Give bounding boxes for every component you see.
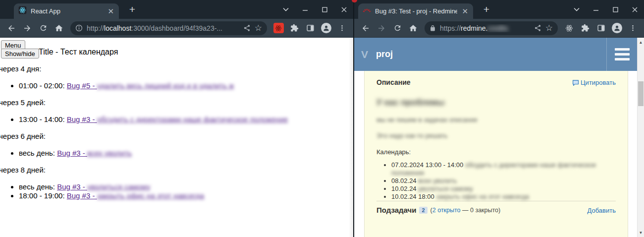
blurred-url-part: credits (488, 24, 508, 32)
share-icon[interactable] (243, 24, 251, 32)
description-heading: Описание (376, 78, 411, 86)
new-tab-button[interactable]: + (126, 3, 139, 16)
home-button[interactable] (407, 22, 420, 35)
blurred-link-text: обсудить с директорами наше фактическое … (97, 115, 288, 123)
reload-button[interactable] (37, 22, 50, 35)
tab-close-icon[interactable]: ✕ (461, 7, 469, 15)
bug-link[interactable]: Bug #3 - обсудить с директорами наше фак… (67, 115, 288, 123)
extensions-puzzle-icon[interactable] (579, 22, 591, 35)
page-info-icon[interactable] (75, 24, 83, 32)
close-window-button[interactable] (631, 6, 638, 13)
left-browser-window: React App ✕ + http://localhost:3000/dash… (0, 0, 353, 237)
browser-menu-dots-icon[interactable] (335, 22, 348, 35)
scroll-down-icon[interactable]: ▼ (638, 229, 644, 236)
calendar-list-item: 18:00 - 19:00: Bug #3 - закрыть офис на … (19, 191, 346, 200)
bug-link[interactable]: Bug #3 - всех уволить (57, 149, 132, 157)
right-window-controls (573, 0, 638, 19)
group-heading: через 8 дней: (0, 166, 346, 175)
calendar-list-item: весь день: Bug #3 - всех уволить (19, 149, 346, 158)
profile-avatar[interactable] (610, 22, 623, 35)
blurred-entry-text: уволиться самому (418, 185, 473, 192)
extensions-puzzle-icon[interactable] (288, 22, 301, 35)
blurred-entry-text: всех уволить (418, 177, 457, 184)
side-panel-icon[interactable] (304, 22, 317, 35)
blurred-entry-text: закрыть офис на этот навсегда (436, 193, 529, 200)
issue-details-box: Описание Цитировать У нас проблемы мы не… (364, 71, 628, 237)
left-window-controls (282, 0, 347, 19)
share-icon[interactable] (534, 24, 541, 32)
project-name: proj (376, 49, 393, 59)
bug-link[interactable]: Bug #5 - удалить весь лишний код и в уда… (67, 81, 234, 90)
url-text: http://localhost:3000/dashboard/94f39a23… (87, 24, 239, 32)
url-text: https://redmine.credits (440, 24, 530, 32)
open-subtasks-link[interactable]: 2 открыто (432, 207, 461, 214)
react-app-page: Menu Show/hide Title - Тест календаря че… (0, 38, 353, 237)
new-tab-button[interactable]: + (480, 3, 493, 16)
group-heading: через 5 дней: (0, 98, 346, 107)
left-tab-strip: React App ✕ + (0, 0, 353, 19)
home-button[interactable] (53, 22, 65, 35)
browser-menu-dots-icon[interactable] (626, 22, 639, 35)
blurred-link-text: уволиться самому (87, 182, 150, 191)
blurred-paragraph: Это надо как-то решать (376, 132, 616, 139)
close-window-button[interactable] (340, 6, 347, 13)
tab-search-chevron-icon[interactable] (282, 6, 289, 13)
calendar-entry: 08.02.24 всех уволить (391, 177, 616, 185)
forward-button[interactable] (21, 22, 34, 35)
redmine-page: V proj Описание Цитировать У нас проблем… (354, 38, 644, 237)
blurred-paragraph: мы не пишем в задачах описание (376, 116, 616, 123)
address-bar[interactable]: http://localhost:3000/dashboard/94f39a23… (70, 21, 267, 35)
blurred-link-text: закрыть офис на этот навсегда (97, 191, 205, 200)
subtasks-heading: Подзадачи (376, 206, 416, 214)
minimize-button[interactable] (302, 6, 309, 13)
tab-redmine-bug[interactable]: Bug #3: Test - proj - Redmine ✕ (358, 3, 473, 19)
react-devtools-extension-icon[interactable] (272, 22, 285, 35)
maximize-button[interactable] (612, 6, 619, 13)
quote-link[interactable]: Цитировать (572, 79, 616, 87)
calendar-list-item: 13:00 - 14:00: Bug #3 - обсудить с дирек… (19, 115, 346, 124)
group-heading: через 6 дней: (0, 132, 346, 141)
left-toolbar: http://localhost:3000/dashboard/94f39a23… (0, 19, 353, 38)
calendar-entries: 07.02.2024 13:00 - 14:00 обсудить с дире… (376, 161, 616, 201)
forward-button[interactable] (375, 22, 388, 35)
calendar-entry: 10.02.24 уволиться самому (391, 185, 616, 193)
tab-close-icon[interactable]: ✕ (107, 7, 114, 15)
tab-search-chevron-icon[interactable] (573, 6, 580, 13)
address-bar[interactable]: https://redmine.credits ☆ (425, 21, 558, 35)
blurred-description-title: У нас проблемы (376, 98, 616, 108)
right-browser-window: Bug #3: Test - proj - Redmine ✕ + https:… (354, 0, 644, 237)
maximize-button[interactable] (321, 6, 328, 13)
profile-avatar[interactable] (320, 22, 332, 35)
scrollbar-thumb[interactable] (638, 81, 644, 106)
tab-title: React App (31, 7, 103, 15)
scroll-up-icon[interactable]: ▲ (638, 39, 644, 46)
lock-icon[interactable] (429, 25, 436, 32)
bug-link[interactable]: Bug #3 - закрыть офис на этот навсегда (67, 191, 204, 200)
blurred-link-text: всех уволить (87, 149, 132, 157)
minimize-button[interactable] (592, 6, 599, 13)
divider (376, 201, 616, 201)
page-title: Title - Тест календаря (39, 48, 118, 57)
calendar-label: Календарь: (376, 148, 616, 156)
redmine-favicon-icon (363, 6, 371, 16)
back-button[interactable] (359, 22, 372, 35)
add-subtask-link[interactable]: Добавить (588, 207, 616, 214)
side-panel-icon[interactable] (594, 22, 607, 35)
redmine-logo: V (361, 49, 368, 60)
reload-button[interactable] (391, 22, 404, 35)
blurred-link-text: удалить весь лишний код и в удалить ж (97, 81, 234, 90)
left-scrollbar[interactable] (349, 38, 353, 237)
bookmark-star-icon[interactable]: ☆ (545, 24, 553, 32)
hamburger-menu-icon[interactable] (606, 38, 637, 71)
react-devtools-extension-icon[interactable] (563, 22, 576, 35)
back-button[interactable] (5, 22, 18, 35)
speech-bubble-icon (572, 80, 579, 87)
calendar-groups: через 4 дня: 01:00 - 02:00: Bug #5 - уда… (0, 57, 346, 208)
bookmark-star-icon[interactable]: ☆ (255, 24, 262, 32)
tab-react-app[interactable]: React App ✕ (14, 3, 119, 19)
subtasks-count-badge: 2 (419, 207, 427, 214)
bug-link[interactable]: Bug #3 - уволиться самому (57, 182, 150, 191)
right-scrollbar[interactable]: ▲ ▼ (637, 38, 644, 237)
calendar-entry: 07.02.2024 13:00 - 14:00 обсудить с дире… (391, 161, 616, 177)
right-toolbar: https://redmine.credits ☆ (354, 19, 644, 38)
